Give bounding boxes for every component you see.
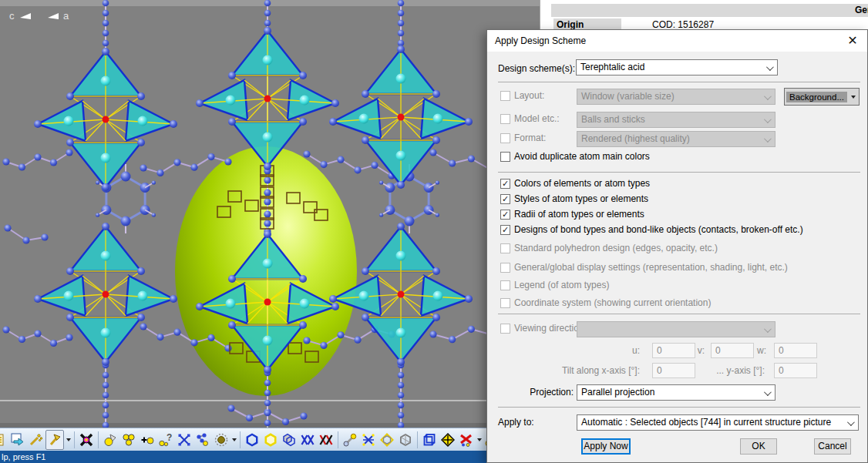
design-scheme-select[interactable]: Terephtalic acid [576, 59, 778, 75]
checkbox-icon [500, 298, 510, 308]
apply-now-button[interactable]: Apply Now [581, 438, 631, 455]
bond-icon[interactable] [341, 431, 358, 449]
projection-select[interactable]: Parallel projection [577, 384, 775, 401]
w-label: w: [751, 345, 766, 356]
background-dropdown-icon[interactable] [848, 96, 859, 99]
close-icon[interactable]: ✕ [844, 32, 861, 49]
checkbox-icon[interactable]: ✓ [500, 210, 510, 220]
structure-viewer[interactable]: c a [0, 0, 540, 428]
checkbox-icon [500, 263, 510, 273]
option-checkbox-4: Standard polyhedron design (edges, opaci… [500, 243, 718, 253]
viewing-direction-checkbox: Viewing direction: [500, 324, 587, 334]
ring-yellow-icon[interactable] [262, 431, 279, 449]
polyhedron-add-icon[interactable] [378, 431, 395, 449]
properties-header-bar: Gen [551, 4, 868, 17]
option-label: Coordinate system (showing current orien… [514, 297, 711, 308]
svg-text:?: ? [167, 432, 172, 443]
pattern-reduce-icon[interactable] [318, 431, 335, 449]
svg-text:a: a [63, 10, 69, 22]
build-tool-icon[interactable] [45, 430, 64, 450]
design-wizard-icon[interactable] [27, 431, 44, 449]
w-field: 0 [774, 343, 817, 358]
packing-icon[interactable] [281, 431, 298, 449]
checkbox-icon [500, 243, 510, 253]
unit-cell-icon[interactable] [421, 431, 438, 449]
u-label: u: [626, 345, 640, 356]
delete-selection-icon-dropdown[interactable] [476, 431, 483, 449]
option-label: Legend (of atom types) [514, 280, 609, 290]
toolbar-separator [338, 431, 338, 448]
coordination-sphere-icon[interactable] [213, 431, 230, 449]
svg-text:c: c [9, 10, 15, 22]
tilt-x-field: 0 [652, 363, 695, 378]
dialog-title: Apply Design Scheme [495, 35, 586, 46]
picture-list-icon[interactable] [0, 431, 7, 449]
coordination-sphere-icon-dropdown[interactable] [230, 431, 237, 449]
orientation-icon[interactable] [439, 431, 456, 449]
guess-bonds-icon[interactable]: ? [157, 431, 174, 449]
apply-to-select[interactable]: Automatic : Selected objects [744] in cu… [577, 414, 859, 431]
tilt-y-label: ... y-axis [°]: [697, 365, 765, 376]
option-checkbox-3[interactable]: ✓Designs of bond types and bond-like obj… [500, 225, 803, 235]
option-label: Standard polyhedron design (edges, opaci… [514, 243, 718, 253]
separator [498, 82, 860, 82]
ring-blue-icon[interactable] [244, 431, 261, 449]
layout-select: Window (variable size) [577, 89, 775, 105]
destroy-atom-icon[interactable] [78, 431, 95, 449]
connect-atoms-icon[interactable] [176, 431, 193, 449]
apply-design-scheme-dialog: Apply Design Scheme ✕ Design scheme(s): … [486, 29, 868, 463]
tilt-x-label: Tilt along x-axis [°]: [498, 365, 640, 376]
tilt-y-field: 0 [774, 363, 817, 378]
pattern-expand-icon[interactable] [299, 431, 316, 449]
option-label: Styles of atom types or elements [514, 193, 648, 204]
avoid-duplicate-checkbox[interactable]: Avoid duplicate atom main colors [500, 152, 650, 162]
properties-header-label: Gen [855, 5, 868, 15]
option-label: Radii of atom types or elements [514, 209, 644, 220]
option-checkbox-7: Coordinate system (showing current orien… [500, 298, 711, 308]
ok-button[interactable]: OK [740, 438, 777, 455]
add-atoms-icon[interactable] [120, 431, 137, 449]
contacts-icon[interactable] [360, 431, 377, 449]
option-checkbox-5: General/global display settings (represe… [500, 263, 788, 273]
origin-row-value: COD: 1516287 [652, 19, 714, 30]
option-checkbox-1[interactable]: ✓Styles of atom types or elements [500, 194, 648, 204]
status-bar: lp, press F1 [0, 451, 486, 463]
option-checkbox-0[interactable]: ✓Colors of elements or atom types [500, 179, 650, 189]
design-scheme-label: Design scheme(s): [498, 63, 575, 74]
checkbox-icon[interactable]: ✓ [500, 194, 510, 204]
checkbox-icon[interactable]: ✓ [500, 179, 510, 189]
option-label: Colors of elements or atom types [514, 178, 650, 189]
option-checkbox-6: Legend (of atom types) [500, 280, 609, 290]
status-text: lp, press F1 [2, 452, 45, 461]
delete-selection-icon[interactable] [458, 431, 475, 449]
model-checkbox: Model etc.: [500, 114, 560, 124]
checkbox-icon[interactable]: ✓ [500, 225, 510, 235]
separator [498, 407, 860, 408]
toolbar-separator [417, 431, 418, 448]
apply-to-label: Apply to: [498, 417, 534, 428]
format-select: Rendered (highest quality) [577, 131, 775, 147]
polyhedron-icon[interactable] [397, 431, 414, 449]
toolbar-separator [74, 431, 75, 448]
option-label: General/global display settings (represe… [514, 262, 788, 273]
dialog-title-bar[interactable]: Apply Design Scheme ✕ [487, 30, 867, 52]
export-picture-icon[interactable] [8, 431, 25, 449]
format-checkbox: Format: [500, 133, 546, 143]
build-tool-icon-dropdown[interactable] [65, 431, 72, 449]
option-checkbox-2[interactable]: ✓Radii of atom types or elements [500, 210, 644, 220]
checkbox-icon [500, 280, 510, 290]
toolbar-separator [98, 431, 99, 448]
u-field: 0 [652, 343, 695, 358]
separator [498, 314, 860, 314]
cancel-button[interactable]: Cancel [814, 438, 851, 455]
fragment-icon[interactable] [194, 431, 211, 449]
projection-label: Projection: [500, 387, 574, 398]
background-button[interactable]: Background... [784, 88, 860, 106]
add-atom-icon[interactable] [139, 431, 156, 449]
fill-atom-design-icon[interactable] [102, 431, 119, 449]
layout-checkbox: Layout: [500, 91, 544, 101]
separator [498, 172, 860, 173]
toolbar-separator [240, 431, 241, 448]
option-label: Designs of bond types and bond-like obje… [514, 224, 803, 235]
model-select: Balls and sticks [577, 112, 775, 128]
